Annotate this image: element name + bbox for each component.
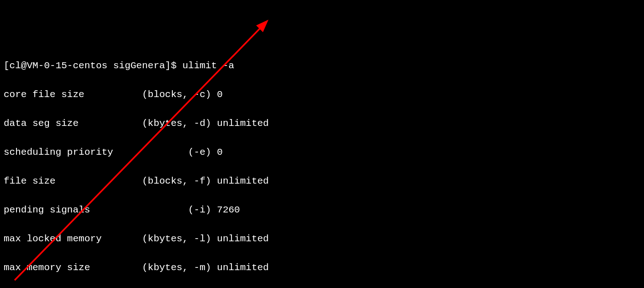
output-line: max locked memory (kbytes, -l) unlimited — [4, 232, 640, 246]
output-line: scheduling priority (-e) 0 — [4, 145, 640, 160]
output-line: file size (blocks, -f) unlimited — [4, 174, 640, 189]
output-line: core file size (blocks, -c) 0 — [4, 87, 640, 102]
prompt-line-1: [cl@VM-0-15-centos sigGenera]$ ulimit -a — [4, 59, 640, 73]
output-line: data seg size (kbytes, -d) unlimited — [4, 116, 640, 131]
shell-prompt: [cl@VM-0-15-centos sigGenera]$ — [4, 60, 182, 71]
output-line: pending signals (-i) 7260 — [4, 203, 640, 217]
output-line: max memory size (kbytes, -m) unlimited — [4, 261, 640, 275]
command-text: ulimit -a — [182, 60, 234, 71]
